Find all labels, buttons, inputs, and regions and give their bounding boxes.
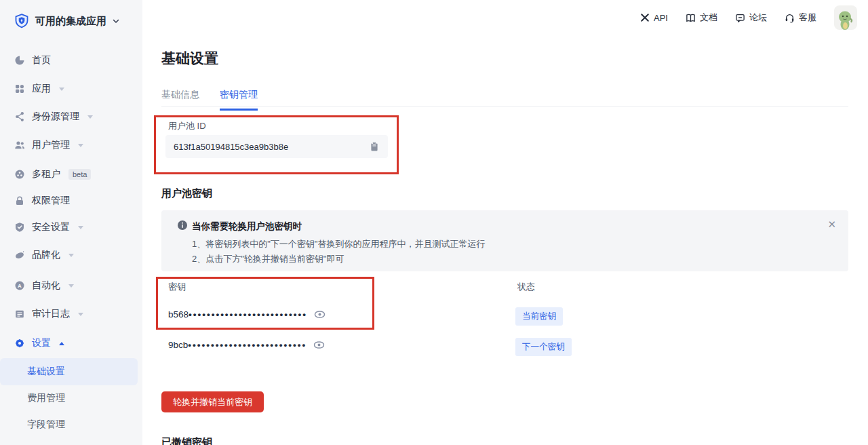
sidebar-item-apps[interactable]: 应用 (0, 80, 142, 98)
sidebar-item-label: 审计日志 (32, 308, 70, 320)
forum-link[interactable]: 论坛 (735, 12, 767, 24)
top-bar: API 文档 论坛 客服 (640, 5, 857, 30)
annotation-box-secret (156, 277, 374, 330)
chevron-down-icon (78, 313, 83, 316)
sidebar-item-audit-logs[interactable]: 审计日志 (0, 305, 142, 323)
pool-id-value: 613f1a50194815c3ea9b3b8e (174, 142, 369, 152)
sidebar-item-settings[interactable]: 设置 (0, 334, 142, 352)
dino-avatar-image (836, 9, 855, 30)
docs-link-label: 文档 (700, 12, 717, 24)
sidebar: 可用的集成应用 首页 应用 身份源管理 用户管理 多租户 b (0, 0, 142, 445)
pool-id-label: 用户池 ID (168, 120, 206, 132)
sidebar-subitem-billing[interactable]: 费用管理 (0, 385, 138, 412)
banner-step-1: 1、将密钥列表中的"下一个密钥"替换到你的应用程序中，并且测试正常运行 (192, 238, 485, 250)
sidebar-item-permissions[interactable]: 权限管理 (0, 192, 142, 210)
book-icon (686, 13, 696, 23)
chevron-down-icon (68, 284, 74, 288)
page-title: 基础设置 (161, 49, 218, 68)
share-nodes-icon (14, 111, 25, 122)
support-link-label: 客服 (799, 12, 816, 24)
pie-chart-icon (14, 55, 25, 66)
sidebar-item-label: 应用 (32, 83, 51, 95)
tab-secret-management[interactable]: 密钥管理 (220, 89, 258, 111)
banner-title: 当你需要轮换用户池密钥时 (192, 220, 302, 233)
workspace-switcher[interactable]: 可用的集成应用 (14, 13, 120, 29)
sidebar-item-multi-tenant[interactable]: 多租户 beta (0, 166, 142, 183)
paint-brush-icon (14, 250, 25, 260)
sidebar-item-label: 品牌化 (32, 249, 60, 261)
api-link[interactable]: API (640, 13, 668, 23)
status-badge-next: 下一个密钥 (515, 338, 572, 356)
user-avatar[interactable] (834, 5, 857, 30)
sidebar-item-label: 权限管理 (32, 195, 70, 207)
rotate-revoke-button[interactable]: 轮换并撤销当前密钥 (161, 391, 264, 412)
sidebar-subitem-label: 费用管理 (27, 392, 65, 404)
docs-link[interactable]: 文档 (686, 12, 717, 24)
copy-icon[interactable] (369, 141, 380, 152)
banner-step-2: 2、点击下方"轮换并撤销当前密钥"即可 (192, 253, 344, 265)
rotate-info-banner: 当你需要轮换用户池密钥时 1、将密钥列表中的"下一个密钥"替换到你的应用程序中，… (161, 210, 848, 271)
tabs: 基础信息 密钥管理 (161, 89, 258, 111)
app-window: 可用的集成应用 首页 应用 身份源管理 用户管理 多租户 b (0, 0, 868, 445)
eye-icon[interactable] (314, 309, 326, 320)
support-link[interactable]: 客服 (785, 12, 816, 24)
beta-badge: beta (68, 169, 91, 180)
secret-row-next: 9bcb•••••••••••••••••••••••••• (168, 339, 325, 351)
headset-icon (785, 13, 795, 23)
sidebar-subitem-label: 字段管理 (27, 419, 65, 431)
tabs-divider (161, 107, 848, 107)
sidebar-item-label: 用户管理 (32, 139, 70, 151)
apps-grid-icon (14, 83, 25, 94)
info-icon (177, 220, 188, 231)
column-header-secret: 密钥 (168, 281, 186, 293)
shield-check-icon (14, 222, 25, 233)
sidebar-item-security[interactable]: 安全设置 (0, 218, 142, 236)
users-icon (14, 140, 25, 151)
gear-icon (14, 338, 25, 349)
sidebar-item-label: 多租户 (32, 168, 60, 180)
eye-icon[interactable] (313, 339, 325, 351)
api-link-label: API (654, 13, 668, 23)
svg-text:A: A (18, 283, 22, 289)
chevron-down-icon (59, 88, 64, 91)
sidebar-subitem-fields[interactable]: 字段管理 (0, 411, 138, 438)
sidebar-item-label: 安全设置 (32, 221, 70, 233)
forum-link-label: 论坛 (749, 12, 767, 24)
close-icon[interactable]: ✕ (827, 218, 836, 231)
workspace-name: 可用的集成应用 (35, 15, 106, 28)
sidebar-item-automation[interactable]: A 自动化 (0, 277, 142, 294)
sidebar-item-label: 身份源管理 (32, 111, 79, 123)
shield-logo-icon (14, 13, 30, 29)
automation-icon: A (14, 280, 25, 291)
column-header-status: 状态 (517, 281, 535, 293)
secret-row-current: b568•••••••••••••••••••••••••• (168, 309, 326, 320)
sidebar-item-user-management[interactable]: 用户管理 (0, 136, 142, 154)
chevron-down-icon (68, 254, 74, 257)
sidebar-subitem-basic-settings[interactable]: 基础设置 (0, 358, 138, 385)
chat-bubble-icon (735, 13, 745, 23)
sidebar-item-home[interactable]: 首页 (0, 52, 142, 69)
status-badge-current: 当前密钥 (515, 307, 563, 326)
secret-value-masked: 9bcb•••••••••••••••••••••••••• (168, 340, 307, 350)
pool-secret-heading: 用户池密钥 (161, 187, 212, 200)
sidebar-item-label: 自动化 (32, 279, 60, 292)
audit-log-icon (14, 309, 25, 320)
sidebar-item-label: 首页 (32, 54, 51, 66)
sidebar-item-label: 设置 (32, 337, 51, 349)
tools-icon (640, 13, 650, 22)
revoked-secrets-heading: 已撤销密钥 (161, 436, 212, 445)
sidebar-item-identity-sources[interactable]: 身份源管理 (0, 108, 142, 125)
tenant-icon (14, 169, 25, 180)
tab-basic-info[interactable]: 基础信息 (161, 89, 199, 111)
chevron-down-icon (78, 144, 83, 147)
chevron-down-icon (112, 17, 120, 25)
chevron-up-icon (59, 342, 64, 345)
chevron-down-icon (87, 115, 93, 119)
chevron-down-icon (78, 226, 83, 229)
pool-id-field: 613f1a50194815c3ea9b3b8e (165, 135, 388, 158)
secret-value-masked: b568•••••••••••••••••••••••••• (168, 309, 307, 320)
sidebar-subitem-label: 基础设置 (27, 366, 65, 378)
sidebar-item-branding[interactable]: 品牌化 (0, 246, 142, 264)
lock-icon (14, 195, 25, 206)
